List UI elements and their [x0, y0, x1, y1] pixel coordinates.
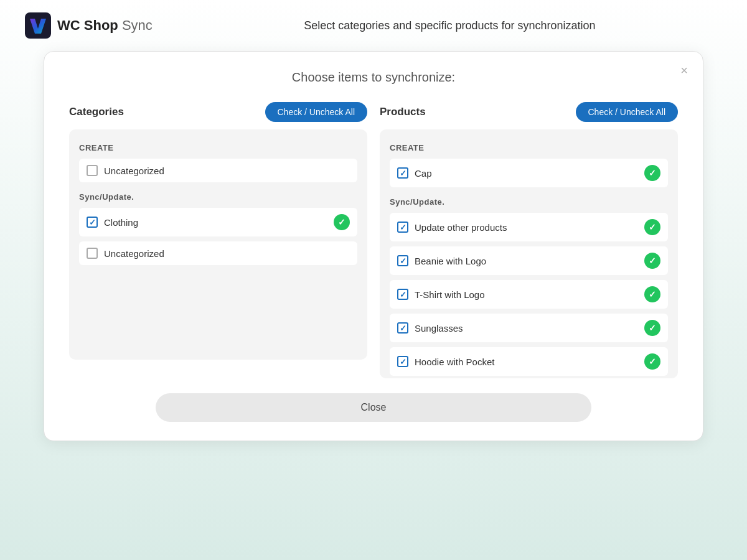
list-item: Beanie with Logo: [390, 246, 668, 275]
product-sunglasses-green-check: [644, 320, 660, 336]
product-update-other-checkbox[interactable]: [397, 222, 408, 233]
products-check-uncheck-button[interactable]: Check / Uncheck All: [576, 102, 679, 122]
categories-column: Categories Check / Uncheck All CREATE Un…: [69, 102, 367, 378]
list-item: Hoodie with Pocket: [390, 347, 668, 376]
product-beanie-green-check: [644, 253, 660, 269]
modal-close-button[interactable]: ×: [680, 64, 688, 77]
product-hoodie-label: Hoodie with Pocket: [415, 357, 638, 367]
category-uncategorized-create-label: Uncategorized: [104, 166, 350, 176]
wc-logo-icon: [25, 12, 51, 39]
product-update-other-label: Update other products: [415, 222, 638, 233]
categories-create-label: CREATE: [79, 143, 357, 152]
product-cap-checkbox[interactable]: [397, 167, 408, 179]
categories-check-uncheck-button[interactable]: Check / Uncheck All: [265, 102, 368, 122]
modal-container: × Choose items to synchronize: Categorie…: [44, 51, 703, 441]
product-tshirt-label: T-Shirt with Logo: [415, 289, 638, 300]
close-button[interactable]: Close: [156, 393, 591, 422]
list-item: Update other products: [390, 213, 668, 241]
svg-rect-0: [25, 12, 51, 39]
product-cap-label: Cap: [415, 168, 638, 179]
product-cap-green-check: [644, 165, 660, 181]
products-column: Products Check / Uncheck All CREATE Cap …: [380, 102, 678, 378]
products-header: Products Check / Uncheck All: [380, 102, 678, 122]
product-tshirt-checkbox[interactable]: [397, 289, 408, 300]
header: WC Shop Sync Select categories and speci…: [0, 0, 747, 51]
categories-list-panel: CREATE Uncategorized Sync/Update. Clothi…: [69, 129, 367, 360]
header-title: Select categories and specific products …: [177, 19, 722, 32]
list-item: Cap: [390, 159, 668, 187]
category-uncategorized-sync-checkbox[interactable]: [87, 248, 98, 259]
list-item: Uncategorized: [79, 159, 357, 182]
logo-area: WC Shop Sync: [25, 12, 153, 39]
category-clothing-label: Clothing: [104, 217, 327, 228]
category-clothing-checkbox[interactable]: [87, 217, 98, 228]
product-sunglasses-label: Sunglasses: [415, 323, 638, 334]
product-update-other-green-check: [644, 219, 660, 235]
categories-sync-label: Sync/Update.: [79, 192, 357, 202]
list-item: T-Shirt with Logo: [390, 280, 668, 309]
categories-header: Categories Check / Uncheck All: [69, 102, 367, 122]
product-hoodie-checkbox[interactable]: [397, 356, 408, 367]
list-item: Clothing: [79, 208, 357, 236]
close-button-row: Close: [69, 393, 678, 422]
product-beanie-label: Beanie with Logo: [415, 256, 638, 266]
product-beanie-checkbox[interactable]: [397, 255, 408, 266]
category-uncategorized-create-checkbox[interactable]: [87, 165, 98, 176]
categories-title: Categories: [69, 106, 124, 118]
product-sunglasses-checkbox[interactable]: [397, 322, 408, 334]
products-sync-label: Sync/Update.: [390, 197, 668, 207]
category-uncategorized-sync-label: Uncategorized: [104, 248, 350, 259]
list-item: Uncategorized: [79, 241, 357, 265]
columns-row: Categories Check / Uncheck All CREATE Un…: [69, 102, 678, 378]
products-create-label: CREATE: [390, 143, 668, 152]
product-tshirt-green-check: [644, 286, 660, 302]
logo-text: WC Shop Sync: [57, 17, 153, 34]
products-list-panel[interactable]: CREATE Cap Sync/Update. Update other pro…: [380, 129, 678, 378]
category-clothing-green-check: [334, 214, 350, 230]
list-item: Sunglasses: [390, 314, 668, 342]
product-hoodie-green-check: [644, 353, 660, 370]
modal-heading: Choose items to synchronize:: [69, 70, 678, 85]
products-title: Products: [380, 106, 426, 118]
